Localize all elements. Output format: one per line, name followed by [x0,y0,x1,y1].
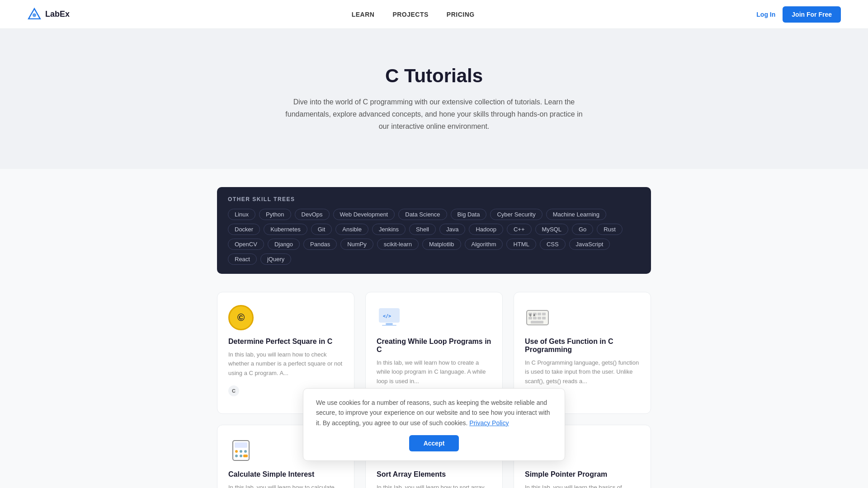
card-icon: </> [377,305,402,330]
page-title: C Tutorials [9,65,859,87]
card-description: In this lab, you will learn how to sort … [377,483,491,488]
svg-point-22 [235,455,238,457]
card-description: In this lab, you will learn the basics o… [525,483,640,488]
svg-rect-13 [538,317,541,319]
skill-tag[interactable]: Go [572,224,593,235]
join-button[interactable]: Join For Free [783,6,841,23]
skill-tag[interactable]: jQuery [260,253,291,265]
keyboard-icon: G A [525,305,550,330]
svg-rect-9 [538,313,541,315]
nav-projects[interactable]: PROJECTS [392,11,428,18]
svg-point-1 [33,13,36,17]
svg-rect-15 [531,321,543,324]
svg-rect-4 [382,325,396,326]
svg-text:</>: </> [383,314,391,319]
card-title: Creating While Loop Programs in C [377,338,491,354]
svg-rect-18 [235,442,247,448]
skill-tag[interactable]: Machine Learning [546,209,606,220]
card-title: Simple Pointer Program [525,470,640,479]
svg-point-21 [244,450,247,453]
skill-tag[interactable]: Hadoop [469,224,503,235]
card-icon [228,438,254,463]
card-title: Determine Perfect Square in C [228,338,343,346]
skill-tag[interactable]: Jenkins [372,224,406,235]
svg-point-23 [240,455,242,457]
card-description: In this lab, you will learn how to calcu… [228,483,343,488]
nav-learn[interactable]: LEARN [352,11,375,18]
skill-tag[interactable]: CSS [540,239,566,250]
skill-tag[interactable]: Java [439,224,465,235]
card-icon: © [228,305,254,330]
card-description: In this lab, you will learn how to check… [228,350,343,378]
card-title: Use of Gets Function in C Programming [525,338,640,354]
skill-tag[interactable]: JavaScript [569,239,610,250]
svg-point-20 [240,450,242,453]
monitor-code-icon: </> [377,305,402,330]
skill-tag[interactable]: React [228,253,257,265]
skill-tag[interactable]: Big Data [451,209,487,220]
svg-point-19 [235,450,238,453]
navbar: LabEx LEARN PROJECTS PRICING Log In Join… [0,0,868,29]
skill-tag[interactable]: Ansible [335,224,368,235]
svg-rect-24 [243,455,248,457]
privacy-policy-link[interactable]: Privacy Policy [469,419,509,427]
svg-rect-14 [542,317,546,319]
svg-text:G A: G A [529,314,535,317]
skill-tag[interactable]: Python [259,209,291,220]
svg-rect-3 [386,323,393,325]
card-icon: G A [525,305,550,330]
skill-tag[interactable]: Shell [409,224,436,235]
svg-rect-10 [542,313,546,315]
login-button[interactable]: Log In [756,11,775,18]
skill-tag[interactable]: HTML [506,239,536,250]
skill-tags: LinuxPythonDevOpsWeb DevelopmentData Sci… [228,209,640,265]
card-description: In C Programming language, gets() functi… [525,358,640,386]
nav-pricing[interactable]: PRICING [447,11,475,18]
hero-section: C Tutorials Dive into the world of C pro… [0,29,868,169]
skill-tag[interactable]: Cyber Security [490,209,542,220]
skill-tag[interactable]: Docker [228,224,260,235]
skill-tag[interactable]: DevOps [295,209,330,220]
skill-tag[interactable]: Kubernetes [264,224,307,235]
skill-trees-section: OTHER SKILL TREES LinuxPythonDevOpsWeb D… [217,187,651,274]
skill-tag[interactable]: OpenCV [228,239,264,250]
skill-tag[interactable]: Pandas [303,239,337,250]
cookie-banner: We use cookies for a number of reasons, … [303,388,565,461]
calculator-icon [228,438,254,463]
skill-tag[interactable]: NumPy [340,239,373,250]
skill-tag[interactable]: Linux [228,209,255,220]
skill-tag[interactable]: Django [268,239,300,250]
skill-tag[interactable]: MySQL [535,224,568,235]
skill-tag[interactable]: Algorithm [465,239,503,250]
skill-tag[interactable]: Git [311,224,332,235]
hero-description: Dive into the world of C programming wit… [280,96,588,133]
skill-tag[interactable]: Matplotlib [422,239,461,250]
card-title: Sort Array Elements [377,470,491,479]
logo[interactable]: LabEx [27,7,70,22]
skill-tag[interactable]: Web Development [333,209,395,220]
skill-trees-title: OTHER SKILL TREES [228,196,640,202]
nav-links: LEARN PROJECTS PRICING [352,10,475,19]
skill-tag[interactable]: Data Science [398,209,447,220]
card-title: Calculate Simple Interest [228,470,343,479]
skill-tag[interactable]: scikit-learn [377,239,419,250]
c-icon: © [228,305,254,330]
nav-actions: Log In Join For Free [756,6,841,23]
skill-tag[interactable]: Rust [597,224,623,235]
cookie-accept-button[interactable]: Accept [409,435,459,451]
card-badge: C [228,385,239,396]
skill-tag[interactable]: C++ [507,224,532,235]
cookie-text: We use cookies for a number of reasons, … [316,399,550,427]
card-description: In this lab, we will learn how to create… [377,358,491,386]
